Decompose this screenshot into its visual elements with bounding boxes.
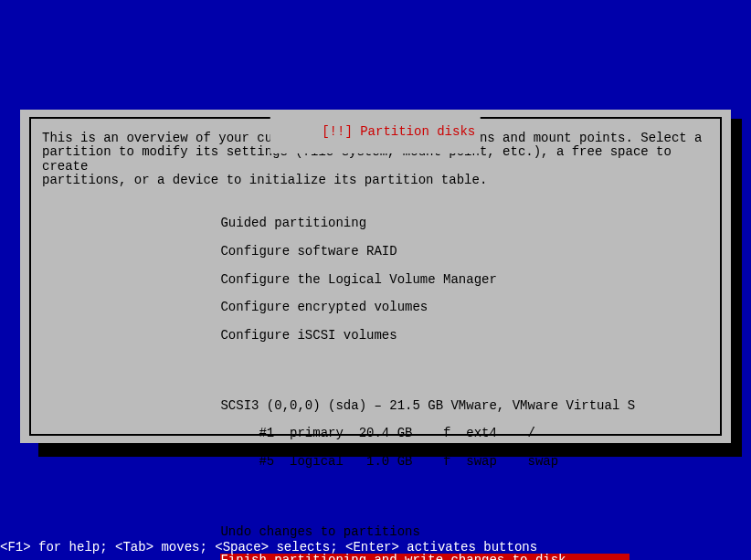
partition-dialog: [!!] Partition disks This is an overview… <box>20 110 731 443</box>
menu-configure-lvm[interactable]: Configure the Logical Volume Manager <box>220 273 496 287</box>
menu-configure-raid[interactable]: Configure software RAID <box>220 245 397 259</box>
partition-menu: Guided partitioning Configure software R… <box>175 203 709 560</box>
help-bar: <F1> for help; <Tab> moves; <Space> sele… <box>0 540 537 555</box>
menu-configure-encrypted[interactable]: Configure encrypted volumes <box>220 301 428 314</box>
dialog-title: [!!] Partition disks <box>270 110 481 153</box>
menu-partition-1[interactable]: #1 primary 20.4 GB f ext4 / <box>220 427 534 440</box>
menu-configure-iscsi[interactable]: Configure iSCSI volumes <box>220 329 397 343</box>
menu-guided-partitioning[interactable]: Guided partitioning <box>220 217 366 230</box>
dialog-frame: [!!] Partition disks This is an overview… <box>29 117 722 436</box>
menu-undo-changes[interactable]: Undo changes to partitions <box>220 525 419 539</box>
menu-disk-header[interactable]: SCSI3 (0,0,0) (sda) – 21.5 GB VMware, VM… <box>220 399 635 413</box>
menu-partition-5[interactable]: #5 logical 1.0 GB f swap swap <box>220 455 558 469</box>
